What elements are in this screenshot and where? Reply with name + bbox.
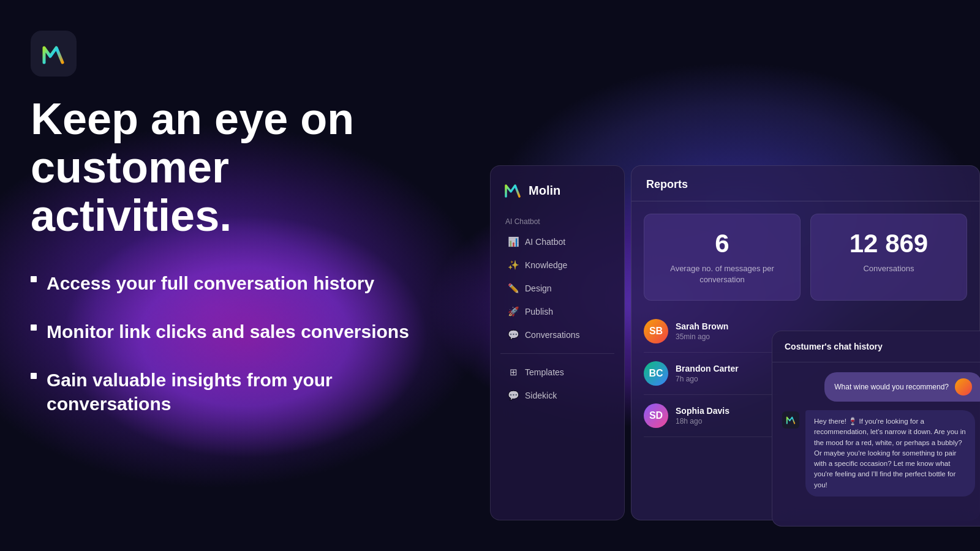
sidebar-brand-name: Molin (529, 184, 560, 198)
sidebar-item-design[interactable]: ✏️ Design (500, 277, 614, 299)
sidebar-label-templates: Templates (525, 367, 564, 377)
ui-mockup: Molin AI Chatbot 📊 AI Chatbot ✨ Knowledg… (490, 165, 980, 551)
sidebar-item-templates[interactable]: ⊞ Templates (500, 361, 614, 383)
sidebar-label-conversations: Conversations (525, 330, 580, 340)
sidebar-nav-bottom: ⊞ Templates 💬 Sidekick (500, 361, 614, 407)
sidebar-nav: 📊 AI Chatbot ✨ Knowledge ✏️ Design 🚀 Pub… (500, 231, 614, 346)
feature-text-2: Monitor link clicks and sales conversion… (47, 320, 409, 343)
feature-bullet-2 (31, 324, 37, 331)
stat-label-messages: Average no. of messages per conversation (657, 263, 788, 285)
avatar-sarah: SB (644, 319, 668, 343)
stat-card-conversations: 12 869 Conversations (810, 214, 967, 301)
bot-logo (782, 411, 799, 429)
stat-label-conversations: Conversations (823, 263, 954, 274)
chat-history-header: Costumer's chat history (772, 331, 980, 362)
sidebar-logo-icon (503, 181, 522, 200)
conversation-name-1: Sarah Brown (676, 321, 967, 331)
brand-logo-icon (39, 39, 69, 69)
chat-history-title: Costumer's chat history (785, 342, 883, 351)
sidebar-label-sidekick: Sidekick (525, 391, 557, 400)
feature-bullet-1 (31, 276, 37, 282)
brand-logo-container (31, 31, 77, 77)
feature-item-3: Gain valuable insights from your convers… (31, 368, 447, 416)
user-message-bubble: What wine would you recommend? (824, 372, 980, 402)
grid-icon: ⊞ (508, 367, 519, 378)
sidebar-section-label: AI Chatbot (500, 217, 614, 226)
user-message-text: What wine would you recommend? (834, 383, 949, 391)
stat-card-messages: 6 Average no. of messages per conversati… (644, 214, 801, 301)
reports-header: Reports (631, 166, 979, 201)
feature-bullet-3 (31, 373, 37, 379)
chat-history-panel: Costumer's chat history What wine would … (772, 331, 980, 527)
stat-number-messages: 6 (657, 229, 788, 258)
sidebar-item-publish[interactable]: 🚀 Publish (500, 301, 614, 323)
sidebar-item-sidekick[interactable]: 💬 Sidekick (500, 384, 614, 407)
sparkle-icon: ✨ (508, 260, 519, 271)
sidebar-brand: Molin (500, 181, 614, 200)
sidebar-item-ai-chatbot[interactable]: 📊 AI Chatbot (500, 231, 614, 253)
feature-item-2: Monitor link clicks and sales conversion… (31, 320, 447, 343)
rocket-icon: 🚀 (508, 306, 519, 317)
sidebar-label-ai-chatbot: AI Chatbot (525, 237, 565, 247)
sidebar-label-publish: Publish (525, 307, 553, 317)
stats-row: 6 Average no. of messages per conversati… (631, 201, 979, 310)
sidebar-divider (500, 353, 614, 354)
bot-message-text: Hey there! 🍷 If you're looking for a rec… (805, 410, 975, 497)
page-headline: Keep an eye on customer activities. (31, 95, 447, 241)
user-avatar-bubble (955, 378, 972, 395)
avatar-sophia: SD (644, 403, 668, 428)
reports-title: Reports (646, 178, 688, 190)
left-section: Keep an eye on customer activities. Acce… (31, 31, 447, 416)
sidebar-item-conversations[interactable]: 💬 Conversations (500, 324, 614, 346)
sidebar-label-design: Design (525, 283, 552, 293)
feature-text-1: Access your full conversation history (47, 271, 374, 295)
chat-icon: 💬 (508, 329, 519, 340)
feature-item-1: Access your full conversation history (31, 271, 447, 295)
pencil-icon: ✏️ (508, 283, 519, 294)
avatar-brandon: BC (644, 361, 668, 386)
bot-message-bubble: Hey there! 🍷 If you're looking for a rec… (782, 410, 980, 497)
feature-text-3: Gain valuable insights from your convers… (47, 368, 447, 416)
sidekick-icon: 💬 (508, 390, 519, 401)
stat-number-conversations: 12 869 (823, 229, 954, 258)
bar-chart-icon: 📊 (508, 236, 519, 247)
sidebar-panel: Molin AI Chatbot 📊 AI Chatbot ✨ Knowledg… (490, 165, 625, 520)
sidebar-item-knowledge[interactable]: ✨ Knowledge (500, 254, 614, 276)
feature-list: Access your full conversation history Mo… (31, 271, 447, 416)
chat-messages: What wine would you recommend? (772, 362, 980, 506)
sidebar-label-knowledge: Knowledge (525, 260, 567, 270)
